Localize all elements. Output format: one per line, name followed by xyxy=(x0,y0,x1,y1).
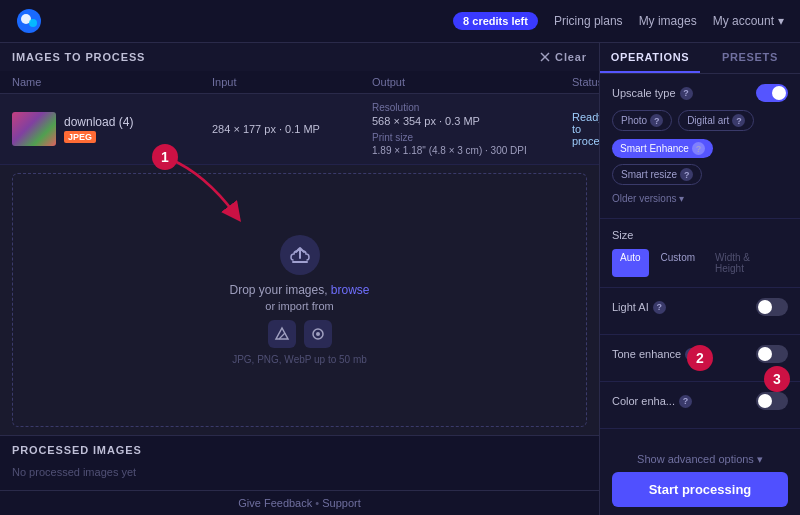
start-processing-button[interactable]: Start processing xyxy=(612,472,788,507)
upscale-type-section: Upscale type ? Photo ? Digital art ? xyxy=(600,74,800,219)
tone-enhance-section: Tone enhance ? xyxy=(600,335,800,382)
table-header: Name Input Output Status xyxy=(0,71,599,94)
annotation-1: 1 xyxy=(152,144,178,170)
image-filename: download (4) xyxy=(64,115,133,129)
size-section: Size Auto Custom Width & Height xyxy=(600,219,800,288)
processed-header: PROCESSED IMAGES xyxy=(12,444,587,456)
upload-cloud-icon xyxy=(289,244,311,266)
pricing-plans-link[interactable]: Pricing plans xyxy=(554,14,623,28)
smart-resize-info-icon[interactable]: ? xyxy=(680,168,693,181)
col-output: Output xyxy=(372,76,572,88)
size-wh-button[interactable]: Width & Height xyxy=(707,249,788,277)
image-output-cell: Resolution 568 × 354 px · 0.3 MP Print s… xyxy=(372,102,572,156)
import-icons xyxy=(268,320,332,348)
size-label: Size xyxy=(612,229,633,241)
photo-type-button[interactable]: Photo ? xyxy=(612,110,672,131)
account-menu[interactable]: My account ▾ xyxy=(713,14,784,28)
table-row: download (4) JPEG 284 × 177 px · 0.1 MP … xyxy=(0,94,599,165)
processed-images-section: PROCESSED IMAGES No processed images yet xyxy=(0,435,599,490)
svg-point-2 xyxy=(29,19,37,27)
upscale-type-row: Upscale type ? xyxy=(612,84,788,102)
import-from-text: or import from xyxy=(265,300,333,312)
digital-art-info-icon[interactable]: ? xyxy=(732,114,745,127)
tone-enhance-label: Tone enhance ? xyxy=(612,348,698,361)
smart-enhance-info-icon[interactable]: ? xyxy=(692,142,705,155)
tab-operations[interactable]: OPERATIONS xyxy=(600,43,700,73)
images-section-title: IMAGES TO PROCESS xyxy=(12,51,145,63)
light-ai-toggle[interactable] xyxy=(756,298,788,316)
support-link[interactable]: Support xyxy=(322,497,361,509)
upload-icon xyxy=(280,235,320,275)
feedback-link[interactable]: Give Feedback xyxy=(238,497,312,509)
smart-resize-type-button[interactable]: Smart resize ? xyxy=(612,164,702,185)
col-status: Status xyxy=(572,76,600,88)
tone-enhance-toggle[interactable] xyxy=(756,345,788,363)
ops-footer: 2 Show advanced options ▾ Start processi… xyxy=(600,445,800,515)
col-input: Input xyxy=(212,76,372,88)
size-custom-button[interactable]: Custom xyxy=(653,249,703,277)
older-versions-button[interactable]: Older versions ▾ xyxy=(612,193,788,204)
upscale-type-label: Upscale type ? xyxy=(612,87,693,100)
size-buttons: Auto Custom Width & Height xyxy=(612,249,788,277)
svg-point-9 xyxy=(316,332,320,336)
color-enhance-section: Color enha... ? 3 xyxy=(600,382,800,429)
image-thumbnail xyxy=(12,112,56,146)
color-enhance-toggle[interactable] xyxy=(756,392,788,410)
google-drive-button[interactable] xyxy=(268,320,296,348)
drop-text: Drop your images, browse xyxy=(229,283,369,297)
no-processed-text: No processed images yet xyxy=(12,462,587,482)
upscale-info-icon[interactable]: ? xyxy=(680,87,693,100)
thumbnail-preview xyxy=(12,112,56,146)
topnav: 8 credits left Pricing plans My images M… xyxy=(0,0,800,43)
clear-icon xyxy=(539,51,551,63)
right-panel: OPERATIONS PRESETS Upscale type ? Photo … xyxy=(600,43,800,515)
left-panel: IMAGES TO PROCESS Clear Name Input Outpu… xyxy=(0,43,600,515)
drop-zone[interactable]: Drop your images, browse or import from xyxy=(12,173,587,427)
ops-tabs: OPERATIONS PRESETS xyxy=(600,43,800,74)
size-auto-button[interactable]: Auto xyxy=(612,249,649,277)
smart-enhance-type-button[interactable]: Smart Enhance ? xyxy=(612,139,713,158)
app-logo[interactable] xyxy=(16,8,42,34)
light-ai-label: Light AI ? xyxy=(612,301,666,314)
color-enhance-label: Color enha... ? xyxy=(612,395,692,408)
upscale-toggle[interactable] xyxy=(756,84,788,102)
chevron-down-icon: ▾ xyxy=(778,14,784,28)
tab-presets[interactable]: PRESETS xyxy=(700,43,800,73)
clear-button[interactable]: Clear xyxy=(539,51,587,63)
tone-enhance-info-icon[interactable]: ? xyxy=(685,348,698,361)
type-buttons-row1: Photo ? Digital art ? xyxy=(612,110,788,131)
my-images-link[interactable]: My images xyxy=(639,14,697,28)
image-name-cell: download (4) JPEG xyxy=(12,112,212,146)
light-ai-section: Light AI ? xyxy=(600,288,800,335)
images-to-process-header: IMAGES TO PROCESS Clear xyxy=(0,43,599,71)
credits-badge[interactable]: 8 credits left xyxy=(453,12,538,30)
svg-line-7 xyxy=(279,333,285,339)
color-enhance-info-icon[interactable]: ? xyxy=(679,395,692,408)
image-input-cell: 284 × 177 px · 0.1 MP xyxy=(212,123,372,135)
size-label-row: Size xyxy=(612,229,788,241)
browse-link[interactable]: browse xyxy=(331,283,370,297)
light-ai-row: Light AI ? xyxy=(612,298,788,316)
col-name: Name xyxy=(12,76,212,88)
tone-enhance-row: Tone enhance ? xyxy=(612,345,788,363)
footer: Give Feedback • Support xyxy=(0,490,599,515)
main-layout: IMAGES TO PROCESS Clear Name Input Outpu… xyxy=(0,43,800,515)
light-ai-info-icon[interactable]: ? xyxy=(653,301,666,314)
type-buttons-row2: Smart Enhance ? Smart resize ? xyxy=(612,139,788,185)
account-label: My account xyxy=(713,14,774,28)
photo-info-icon[interactable]: ? xyxy=(650,114,663,127)
show-advanced-button[interactable]: Show advanced options ▾ xyxy=(612,453,788,466)
digital-art-type-button[interactable]: Digital art ? xyxy=(678,110,754,131)
image-status-cell: Ready to process xyxy=(572,111,600,147)
image-type-badge: JPEG xyxy=(64,131,96,143)
svg-marker-6 xyxy=(276,328,288,339)
format-hint: JPG, PNG, WebP up to 50 mb xyxy=(232,354,367,365)
color-enhance-row: Color enha... ? xyxy=(612,392,788,410)
google-photos-button[interactable] xyxy=(304,320,332,348)
